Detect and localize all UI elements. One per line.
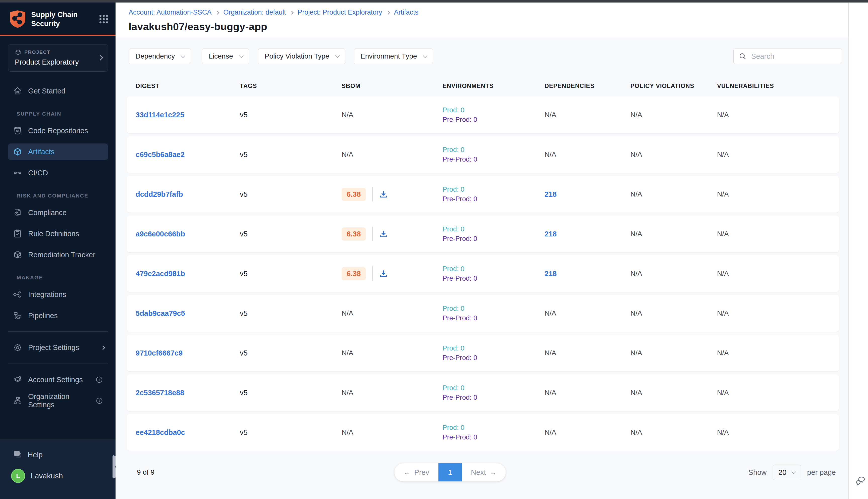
digest-link[interactable]: 33d114e1c225: [136, 111, 184, 119]
show-label: Show: [748, 468, 767, 477]
environments-cell: Prod: 0 Pre-Prod: 0: [443, 224, 545, 243]
page-header: Account: Automation-SSCA Organization: d…: [115, 2, 848, 38]
tag-value: v5: [240, 309, 248, 317]
download-sbom-icon[interactable]: [379, 230, 388, 238]
search-icon: [739, 52, 747, 60]
repository-icon: [13, 126, 22, 135]
env-preprod-count: Pre-Prod: 0: [443, 353, 545, 363]
dependency-filter-dropdown[interactable]: Dependency: [128, 48, 191, 64]
env-preprod-count: Pre-Prod: 0: [443, 393, 545, 402]
dependencies-count[interactable]: 218: [545, 230, 557, 238]
main-content: Account: Automation-SSCA Organization: d…: [115, 2, 848, 499]
sbom-na: N/A: [342, 309, 354, 317]
sbom-na: N/A: [342, 111, 354, 119]
table-row[interactable]: 33d114e1c225 v5 N/A Prod: 0 Pre-Prod: 0 …: [127, 97, 839, 133]
column-header-environments: ENVIRONMENTS: [443, 82, 545, 89]
digest-link[interactable]: 2c5365718e88: [136, 389, 184, 397]
sidebar: Supply Chain Security PROJECT Product Ex…: [0, 2, 115, 499]
section-label-manage: MANAGE: [16, 275, 115, 281]
table-row[interactable]: 2c5365718e88 v5 N/A Prod: 0 Pre-Prod: 0 …: [127, 374, 839, 411]
sidebar-item-compliance[interactable]: Compliance: [8, 204, 108, 221]
policy-violation-type-filter-dropdown[interactable]: Policy Violation Type: [258, 48, 345, 64]
digest-link[interactable]: ee4218cdba0c: [136, 428, 185, 436]
env-preprod-count: Pre-Prod: 0: [443, 273, 545, 283]
license-filter-dropdown[interactable]: License: [202, 48, 249, 64]
table-row[interactable]: 479e2acd981b v5 6.38 Prod: 0 Pre-Prod: 0…: [127, 255, 839, 292]
sbom-cell: N/A: [342, 389, 443, 397]
sbom-cell: 6.38: [342, 227, 443, 241]
env-preprod-count: Pre-Prod: 0: [443, 194, 545, 204]
search-input[interactable]: [751, 52, 836, 61]
tag-value: v5: [240, 190, 248, 198]
dependencies-count: N/A: [545, 389, 556, 397]
next-page-button[interactable]: Next →: [462, 463, 506, 482]
prev-page-button[interactable]: ← Prev: [394, 463, 438, 482]
chevron-right-icon: [386, 11, 390, 15]
cube-icon: [15, 49, 21, 56]
table-row[interactable]: 5dab9caa79c5 v5 N/A Prod: 0 Pre-Prod: 0 …: [127, 295, 839, 332]
org-hierarchy-icon: [13, 396, 22, 405]
dependencies-count: N/A: [545, 428, 556, 436]
env-preprod-count: Pre-Prod: 0: [443, 155, 545, 164]
dependencies-count[interactable]: 218: [545, 270, 557, 278]
page-1-button[interactable]: 1: [438, 463, 462, 482]
sidebar-item-account-settings[interactable]: Account Settings: [8, 372, 108, 388]
sidebar-item-code-repositories[interactable]: Code Repositories: [8, 122, 108, 139]
sidebar-item-integrations[interactable]: Integrations: [8, 286, 108, 303]
environments-cell: Prod: 0 Pre-Prod: 0: [443, 304, 545, 323]
avatar: L: [11, 469, 25, 483]
sidebar-item-cicd[interactable]: CI/CD: [8, 165, 108, 181]
chat-support-icon[interactable]: [855, 476, 866, 486]
module-grid-icon[interactable]: [99, 15, 108, 23]
digest-link[interactable]: a9c6e00c66bb: [136, 230, 185, 238]
environments-cell: Prod: 0 Pre-Prod: 0: [443, 185, 545, 204]
help-button[interactable]: ? Help: [13, 448, 115, 462]
page-size-dropdown[interactable]: 20: [772, 465, 801, 480]
info-icon: [96, 397, 103, 404]
sidebar-item-organization-settings[interactable]: Organization Settings: [8, 392, 108, 409]
environments-cell: Prod: 0 Pre-Prod: 0: [443, 264, 545, 283]
project-selector[interactable]: PROJECT Product Exploratory: [8, 44, 108, 72]
dependencies-count: N/A: [545, 309, 556, 317]
table-row[interactable]: ee4218cdba0c v5 N/A Prod: 0 Pre-Prod: 0 …: [127, 414, 839, 451]
policy-violations-value: N/A: [630, 190, 642, 198]
table-row[interactable]: a9c6e00c66bb v5 6.38 Prod: 0 Pre-Prod: 0…: [127, 216, 839, 252]
environments-cell: Prod: 0 Pre-Prod: 0: [443, 423, 545, 442]
sidebar-item-project-settings[interactable]: Project Settings: [8, 339, 108, 356]
download-sbom-icon[interactable]: [379, 190, 388, 198]
download-sbom-icon[interactable]: [379, 269, 388, 278]
home-icon: [13, 86, 22, 96]
sbom-cell: N/A: [342, 111, 443, 119]
digest-link[interactable]: 479e2acd981b: [136, 270, 185, 278]
sidebar-footer: ? Help L Lavakush: [0, 439, 115, 499]
vulnerabilities-value: N/A: [717, 190, 729, 198]
breadcrumb-organization[interactable]: Organization: default: [223, 9, 286, 16]
sidebar-item-rule-definitions[interactable]: Rule Definitions: [8, 226, 108, 242]
chevron-down-icon: [423, 53, 427, 58]
env-preprod-count: Pre-Prod: 0: [443, 234, 545, 243]
sidebar-item-remediation-tracker[interactable]: Remediation Tracker: [8, 246, 108, 263]
sidebar-item-artifacts[interactable]: Artifacts: [8, 144, 108, 160]
digest-link[interactable]: c69c5b6a8ae2: [136, 150, 185, 159]
table-row[interactable]: 9710cf6667c9 v5 N/A Prod: 0 Pre-Prod: 0 …: [127, 335, 839, 372]
digest-link[interactable]: 9710cf6667c9: [136, 349, 183, 357]
environments-cell: Prod: 0 Pre-Prod: 0: [443, 383, 545, 402]
breadcrumb-artifacts[interactable]: Artifacts: [394, 9, 419, 16]
user-menu[interactable]: L Lavakush: [11, 469, 115, 483]
table-row[interactable]: c69c5b6a8ae2 v5 N/A Prod: 0 Pre-Prod: 0 …: [127, 136, 839, 173]
sidebar-item-pipelines[interactable]: Pipelines: [8, 307, 108, 324]
breadcrumb-project[interactable]: Project: Product Exploratory: [298, 9, 382, 16]
breadcrumb-account[interactable]: Account: Automation-SSCA: [128, 9, 211, 16]
env-preprod-count: Pre-Prod: 0: [443, 433, 545, 442]
gear-icon: [13, 343, 22, 352]
package-tag-icon: [13, 250, 22, 259]
vulnerabilities-value: N/A: [717, 270, 729, 277]
digest-link[interactable]: 5dab9caa79c5: [136, 309, 185, 317]
dependencies-count: N/A: [545, 349, 556, 357]
dependencies-count[interactable]: 218: [545, 190, 557, 198]
supply-chain-security-logo-icon: [10, 10, 26, 28]
table-row[interactable]: dcdd29b7fafb v5 6.38 Prod: 0 Pre-Prod: 0…: [127, 176, 839, 212]
sidebar-item-get-started[interactable]: Get Started: [8, 83, 108, 99]
environment-type-filter-dropdown[interactable]: Environment Type: [354, 48, 433, 64]
digest-link[interactable]: dcdd29b7fafb: [136, 190, 183, 198]
